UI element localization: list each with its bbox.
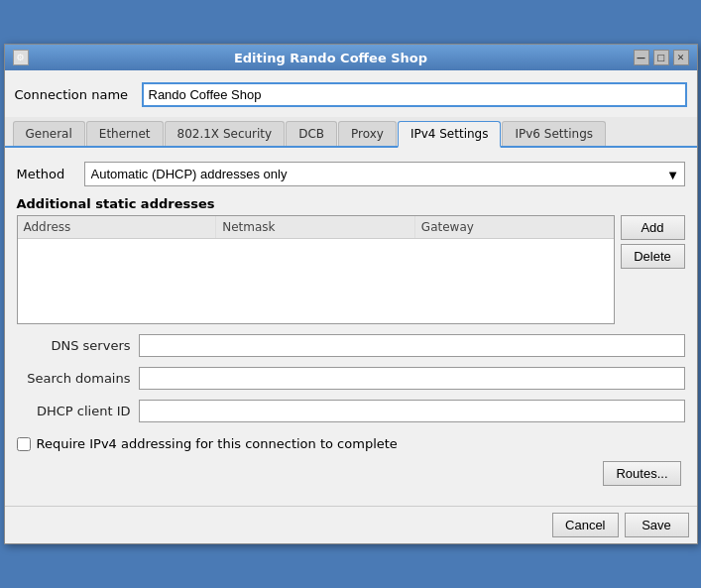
tabs-row: General Ethernet 802.1X Security DCB Pro… — [5, 117, 697, 148]
connection-name-row: Connection name — [13, 78, 689, 111]
dns-servers-input[interactable] — [139, 334, 685, 357]
connection-name-label: Connection name — [15, 87, 134, 102]
addresses-table-header: Address Netmask Gateway — [18, 216, 614, 239]
dns-servers-label: DNS servers — [17, 338, 131, 353]
connection-name-input[interactable] — [142, 82, 687, 107]
maximize-button[interactable]: □ — [653, 50, 669, 65]
search-domains-label: Search domains — [17, 371, 131, 386]
cancel-button[interactable]: Cancel — [552, 513, 618, 537]
delete-button[interactable]: Delete — [621, 244, 685, 269]
col-netmask: Netmask — [216, 216, 415, 238]
routes-button[interactable]: Routes... — [603, 461, 680, 486]
col-address: Address — [18, 216, 217, 238]
tab-8021x-security[interactable]: 802.1X Security — [165, 121, 286, 146]
dhcp-client-id-row: DHCP client ID — [17, 400, 685, 422]
tab-general[interactable]: General — [13, 121, 85, 146]
footer-buttons: Cancel Save — [552, 513, 688, 537]
col-gateway: Gateway — [415, 216, 614, 238]
addresses-body — [18, 239, 614, 318]
routes-area: Routes... — [17, 461, 685, 486]
method-row: Method Automatic (DHCP) Automatic (DHCP)… — [17, 162, 685, 186]
window-content: Connection name General Ethernet 802.1X … — [5, 70, 697, 502]
main-window: ⚙ Editing Rando Coffee Shop — □ ✕ Connec… — [4, 44, 698, 544]
window-title: Editing Rando Coffee Shop — [29, 51, 634, 65]
tab-ipv4-settings[interactable]: IPv4 Settings — [398, 121, 502, 148]
section-label-addresses: Additional static addresses — [17, 196, 685, 211]
tab-proxy[interactable]: Proxy — [338, 121, 397, 146]
dhcp-client-id-label: DHCP client ID — [17, 404, 131, 418]
addresses-table-area: Address Netmask Gateway Add Delete — [17, 215, 685, 324]
additional-static-addresses: Additional static addresses Address Netm… — [17, 196, 685, 324]
footer: Cancel Save — [5, 506, 697, 543]
addresses-table: Address Netmask Gateway — [17, 215, 615, 324]
main-area: Method Automatic (DHCP) Automatic (DHCP)… — [13, 154, 689, 494]
titlebar-buttons: — □ ✕ — [634, 50, 689, 65]
search-domains-input[interactable] — [139, 367, 685, 390]
tab-ethernet[interactable]: Ethernet — [86, 121, 164, 146]
save-button[interactable]: Save — [625, 513, 689, 537]
app-icon: ⚙ — [13, 50, 29, 65]
method-select[interactable]: Automatic (DHCP) Automatic (DHCP) addres… — [84, 162, 685, 186]
tab-ipv6-settings[interactable]: IPv6 Settings — [502, 121, 606, 146]
tab-dcb[interactable]: DCB — [286, 121, 337, 146]
dns-servers-row: DNS servers — [17, 334, 685, 357]
method-select-wrapper: Automatic (DHCP) Automatic (DHCP) addres… — [84, 162, 685, 186]
table-buttons: Add Delete — [621, 215, 685, 324]
search-domains-row: Search domains — [17, 367, 685, 390]
close-button[interactable]: ✕ — [673, 50, 689, 65]
method-label: Method — [17, 167, 76, 181]
minimize-button[interactable]: — — [634, 50, 649, 65]
require-ipv4-row: Require IPv4 addressing for this connect… — [17, 436, 685, 451]
dhcp-client-id-input[interactable] — [139, 400, 685, 422]
require-ipv4-label: Require IPv4 addressing for this connect… — [37, 436, 398, 451]
add-button[interactable]: Add — [621, 215, 685, 240]
require-ipv4-checkbox[interactable] — [17, 437, 31, 451]
titlebar: ⚙ Editing Rando Coffee Shop — □ ✕ — [5, 45, 697, 70]
